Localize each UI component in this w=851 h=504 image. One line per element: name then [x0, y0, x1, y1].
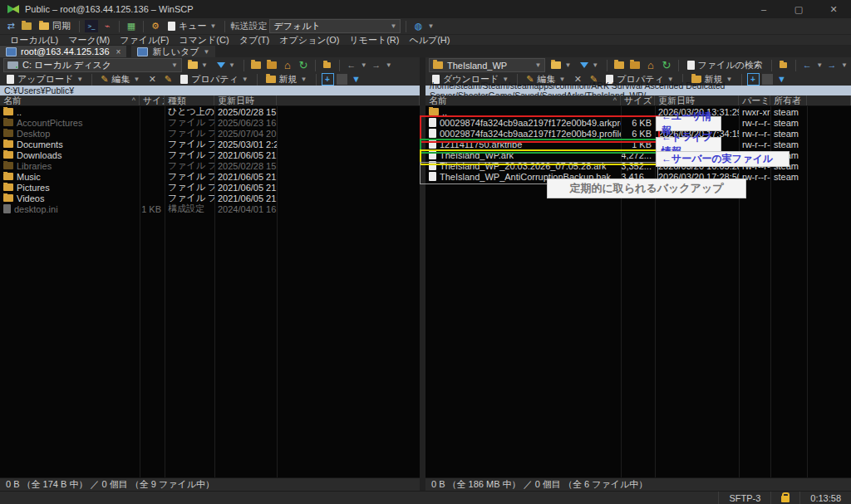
- minimize-button[interactable]: –: [746, 0, 781, 18]
- folder-up-icon: [429, 108, 439, 115]
- file-icon: [429, 172, 436, 181]
- separator: [607, 60, 608, 71]
- column-header[interactable]: サイズ: [140, 95, 165, 105]
- file-cell: Documents: [0, 139, 140, 149]
- local-open-folder-button[interactable]: ▼: [184, 59, 211, 72]
- chevron-down-icon[interactable]: ▼: [427, 22, 434, 30]
- close-button[interactable]: ✕: [816, 0, 851, 18]
- home-icon[interactable]: ⌂: [644, 59, 657, 71]
- disabled-button-icon: [337, 74, 347, 85]
- local-bookmark-folder-icon[interactable]: [249, 59, 263, 71]
- remote-open-folder-button[interactable]: ▼: [548, 59, 574, 72]
- column-header[interactable]: 更新日時: [214, 95, 277, 105]
- remote-other-folder-icon[interactable]: [628, 59, 642, 71]
- forward-arrow-icon[interactable]: →: [370, 59, 383, 71]
- menu-item[interactable]: ヘルプ(H): [404, 34, 455, 46]
- file-cell: 2025/03/01 2:27:...: [214, 139, 277, 149]
- protocol-indicator[interactable]: SFTP-3: [718, 492, 770, 504]
- file-row[interactable]: desktop.ini1 KB構成設定2024/04/01 16:2...: [0, 203, 420, 214]
- menu-item[interactable]: ローカル(L): [5, 34, 63, 46]
- remote-bookmark-folder-icon[interactable]: [612, 59, 626, 71]
- funnel-icon: [580, 62, 588, 68]
- local-filter-button[interactable]: ▼: [214, 59, 239, 72]
- terminal-icon[interactable]: >_: [85, 20, 98, 32]
- file-row[interactable]: 00029874fa324cb9aa2197f172e00b49.arkprof…: [426, 117, 851, 128]
- remote-filter-button[interactable]: ▼: [577, 59, 602, 72]
- menu-item[interactable]: オプション(O): [274, 34, 344, 46]
- column-header[interactable]: 所有者: [770, 95, 807, 105]
- delete-icon[interactable]: ✕: [145, 73, 159, 86]
- column-divider: [807, 106, 808, 477]
- maximize-button[interactable]: ▢: [781, 0, 816, 18]
- settings-gear-icon[interactable]: ⚙: [149, 20, 162, 32]
- file-cell: 1 KB: [621, 139, 655, 149]
- menu-item[interactable]: ファイル(F): [115, 34, 174, 46]
- transfer-mode-icon[interactable]: ⇄: [4, 20, 17, 32]
- local-path-bar[interactable]: C:¥Users¥Public¥: [0, 86, 420, 95]
- folder-icon: [3, 151, 13, 159]
- file-cell: steam: [770, 129, 807, 139]
- queue-button[interactable]: キュー▼: [165, 20, 219, 33]
- winscp-logo-icon: [7, 4, 19, 14]
- column-header[interactable]: 名前^: [0, 95, 140, 105]
- new-tab-button[interactable]: 新しいタブ ▼: [131, 46, 215, 57]
- panels-layout-icon[interactable]: ▦: [125, 20, 138, 32]
- column-header[interactable]: パーミッシ...: [739, 95, 770, 105]
- column-header[interactable]: 名前^: [426, 95, 621, 105]
- edit-button[interactable]: ✎編集▼: [97, 73, 143, 86]
- find-files-button[interactable]: ファイルの検索: [684, 59, 766, 72]
- remote-directory-select[interactable]: TheIsland_WP▼: [429, 58, 545, 72]
- separator: [224, 21, 225, 32]
- transfer-options-globe-icon[interactable]: ◍: [411, 20, 425, 32]
- back-arrow-icon[interactable]: ←: [345, 59, 358, 71]
- back-arrow-icon[interactable]: ←: [800, 59, 814, 71]
- remote-path-bar[interactable]: /home/steam/Steam/steamapps/common/ARK S…: [426, 86, 851, 95]
- file-cell: 2021/06/05 21:1...: [214, 150, 277, 160]
- menu-item[interactable]: タブ(T): [234, 34, 275, 46]
- tribe-info-annotation: ←トライブ情報: [656, 137, 721, 152]
- folder-up-icon: [3, 108, 13, 115]
- filter-toggle-icon[interactable]: ▼: [350, 73, 363, 86]
- forward-arrow-icon[interactable]: →: [825, 59, 839, 71]
- encryption-segment[interactable]: [770, 492, 799, 504]
- console-icon[interactable]: ⌁: [101, 20, 114, 32]
- upload-button[interactable]: アップロード▼: [3, 73, 86, 86]
- file-cell: 00029874fa324cb9aa2197f172e00b49.arkprof…: [426, 118, 621, 128]
- file-row[interactable]: 1211411750.arktribe1 KBrw-r--r--steam: [426, 139, 851, 149]
- column-header[interactable]: 種類: [165, 95, 214, 105]
- server-file-annotation: ←サーバーの実ファイル: [656, 151, 790, 167]
- synchronize-button[interactable]: 同期: [36, 20, 74, 33]
- folder-tree-icon[interactable]: [321, 59, 334, 71]
- rename-icon[interactable]: ✎: [161, 73, 175, 86]
- compare-directories-icon[interactable]: [20, 20, 33, 32]
- session-icon: [6, 47, 17, 56]
- file-cell: steam: [770, 172, 807, 182]
- transfer-settings-select[interactable]: デフォルト▼: [269, 19, 401, 33]
- local-drive-select[interactable]: C: ローカル ディスク▼: [3, 58, 182, 72]
- local-other-folder-icon[interactable]: [265, 59, 278, 71]
- column-header[interactable]: 更新日時: [655, 95, 739, 105]
- refresh-icon[interactable]: ↻: [297, 59, 310, 71]
- column-header[interactable]: サイズ: [621, 95, 655, 105]
- session-duration[interactable]: 0:13:58: [799, 492, 851, 504]
- add-filter-icon[interactable]: +: [322, 73, 334, 86]
- properties-button[interactable]: プロパティ▼: [177, 73, 251, 86]
- menu-item[interactable]: リモート(R): [344, 34, 404, 46]
- panel-splitter[interactable]: [420, 57, 426, 491]
- file-row[interactable]: 00029874fa324cb9aa2197f172e00b49.profile…: [426, 128, 851, 139]
- file-cell: 構成設定: [165, 203, 214, 215]
- file-cell: 6 KB: [621, 129, 655, 139]
- folder-icon: [433, 61, 443, 69]
- separator: [243, 60, 244, 71]
- close-tab-icon[interactable]: ×: [116, 47, 121, 56]
- menu-item[interactable]: マーク(M): [63, 34, 115, 46]
- refresh-icon[interactable]: ↻: [660, 59, 673, 71]
- folder-tree-icon[interactable]: [777, 59, 790, 71]
- file-row[interactable]: ..2026/03/20 13:31:29rwxr-xr-xsteam: [426, 106, 851, 117]
- home-icon[interactable]: ⌂: [281, 59, 294, 71]
- new-tab-icon: [137, 47, 148, 56]
- separator: [795, 60, 796, 71]
- session-tab[interactable]: root@163.44.125.136 ×: [0, 46, 126, 57]
- menu-item[interactable]: コマンド(C): [174, 34, 234, 46]
- new-button[interactable]: 新規▼: [263, 73, 311, 86]
